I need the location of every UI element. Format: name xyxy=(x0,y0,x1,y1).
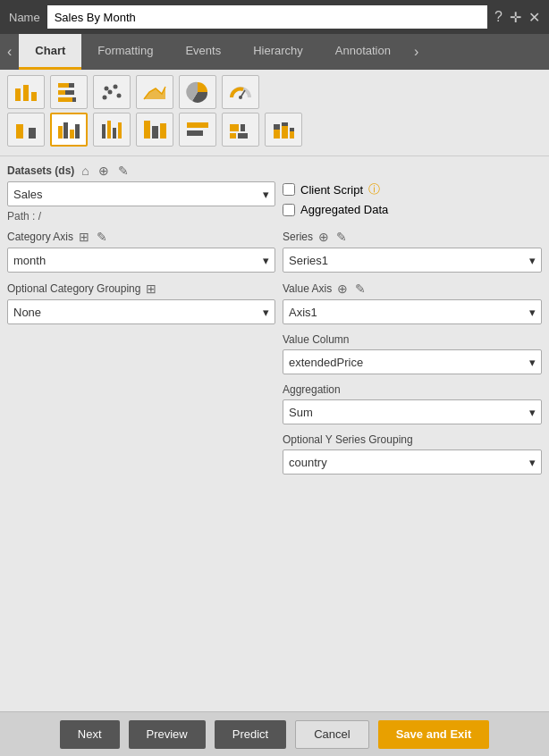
optional-y-series-dropdown[interactable]: country ▾ xyxy=(283,449,542,475)
svg-rect-31 xyxy=(187,130,203,136)
close-icon[interactable]: ✕ xyxy=(528,9,540,26)
svg-rect-28 xyxy=(152,126,158,139)
optional-category-group: Optional Category Grouping ⊞ None ▾ xyxy=(7,281,275,324)
svg-rect-19 xyxy=(58,126,63,139)
client-script-label: Client Script xyxy=(300,183,363,197)
value-axis-label: Value Axis ⊕ ✎ xyxy=(283,281,542,296)
name-label: Name xyxy=(9,11,40,24)
chart-type-simple-bar[interactable] xyxy=(7,113,45,147)
svg-rect-32 xyxy=(230,124,239,131)
category-axis-chevron-icon: ▾ xyxy=(263,254,269,267)
series-dropdown[interactable]: Series1 ▾ xyxy=(283,248,542,273)
value-column-dropdown[interactable]: extendedPrice ▾ xyxy=(283,349,542,374)
svg-rect-20 xyxy=(63,122,68,139)
tab-events[interactable]: Events xyxy=(169,34,237,70)
chart-type-stacked-bar[interactable] xyxy=(265,113,302,147)
svg-rect-41 xyxy=(290,128,294,131)
datasets-add-icon[interactable]: ⊕ xyxy=(97,164,111,178)
value-column-chevron-icon: ▾ xyxy=(529,356,536,369)
chart-type-gauge[interactable] xyxy=(222,75,259,109)
category-axis-dropdown[interactable]: month ▾ xyxy=(7,248,275,273)
chart-type-bar-vertical[interactable] xyxy=(7,75,45,109)
chart-type-medium-bar[interactable] xyxy=(179,113,216,147)
chart-type-grouped-bar[interactable] xyxy=(50,113,88,147)
svg-rect-40 xyxy=(290,131,294,139)
preview-button[interactable]: Preview xyxy=(129,720,206,749)
client-script-section: Client Script ⓘ Aggregated Data xyxy=(283,164,542,216)
chart-type-thin-bar[interactable] xyxy=(93,113,131,147)
series-add-icon[interactable]: ⊕ xyxy=(317,230,331,244)
datasets-edit-icon[interactable]: ✎ xyxy=(116,164,131,178)
predict-button[interactable]: Predict xyxy=(215,720,286,749)
tab-prev-button[interactable]: ‹ xyxy=(0,34,19,70)
datasets-home-icon[interactable]: ⌂ xyxy=(80,164,90,178)
svg-rect-3 xyxy=(58,83,69,88)
help-icon[interactable]: ? xyxy=(494,9,503,26)
svg-rect-7 xyxy=(58,97,72,102)
optional-y-series-value: country xyxy=(289,456,327,469)
svg-point-10 xyxy=(108,90,113,95)
datasets-chevron-icon: ▾ xyxy=(263,188,269,201)
datasets-value: Sales xyxy=(13,188,43,201)
value-axis-chevron-icon: ▾ xyxy=(529,306,536,319)
value-axis-value: Axis1 xyxy=(289,306,317,319)
svg-rect-4 xyxy=(69,83,74,88)
optional-category-hierarchy-icon[interactable]: ⊞ xyxy=(144,281,158,296)
svg-rect-0 xyxy=(15,88,21,101)
svg-rect-17 xyxy=(16,124,23,139)
move-icon[interactable]: ✛ xyxy=(510,9,521,26)
svg-rect-18 xyxy=(29,128,36,139)
aggregation-label: Aggregation xyxy=(283,383,542,396)
svg-rect-1 xyxy=(23,85,29,101)
value-axis-add-icon[interactable]: ⊕ xyxy=(335,281,350,296)
top-row: Datasets (ds) ⌂ ⊕ ✎ Sales ▾ Path : / Cli… xyxy=(7,164,542,223)
header: Name ? ✛ ✕ xyxy=(0,0,549,34)
value-axis-dropdown[interactable]: Axis1 ▾ xyxy=(283,299,542,324)
value-column-group: Value Column extendedPrice ▾ xyxy=(283,333,542,374)
category-axis-edit-icon[interactable]: ✎ xyxy=(95,230,109,244)
svg-rect-8 xyxy=(72,97,76,102)
category-axis-hierarchy-icon[interactable]: ⊞ xyxy=(77,230,91,244)
svg-rect-26 xyxy=(118,122,122,139)
chart-type-scatter[interactable] xyxy=(93,75,131,109)
optional-category-label: Optional Category Grouping ⊞ xyxy=(7,281,275,296)
chart-type-area[interactable] xyxy=(136,75,173,109)
svg-point-12 xyxy=(117,94,122,98)
chart-type-pie[interactable] xyxy=(179,75,216,109)
path-row: Path : / xyxy=(7,210,275,223)
aggregation-value: Sum xyxy=(289,406,313,419)
client-script-checkbox[interactable] xyxy=(283,183,295,196)
aggregation-group: Aggregation Sum ▾ xyxy=(283,383,542,424)
series-label: Series ⊕ ✎ xyxy=(283,230,542,244)
tab-next-button[interactable]: › xyxy=(407,34,426,70)
chart-type-wide-bar[interactable] xyxy=(222,113,259,147)
main-content: Datasets (ds) ⌂ ⊕ ✎ Sales ▾ Path : / Cli… xyxy=(0,156,549,491)
datasets-section: Datasets (ds) ⌂ ⊕ ✎ Sales ▾ Path : / xyxy=(7,164,275,223)
cancel-button[interactable]: Cancel xyxy=(295,720,368,749)
chart-type-bar-horizontal[interactable] xyxy=(50,75,88,109)
chart-type-tall-bar[interactable] xyxy=(136,113,173,147)
optional-category-dropdown[interactable]: None ▾ xyxy=(7,299,275,324)
series-edit-icon[interactable]: ✎ xyxy=(334,230,349,244)
value-axis-edit-icon[interactable]: ✎ xyxy=(353,281,367,296)
bottom-bar: Next Preview Predict Cancel Save and Exi… xyxy=(0,711,549,756)
svg-point-11 xyxy=(114,85,118,89)
aggregated-data-checkbox[interactable] xyxy=(283,204,295,216)
svg-rect-22 xyxy=(75,124,80,139)
aggregation-dropdown[interactable]: Sum ▾ xyxy=(283,399,542,424)
tab-chart[interactable]: Chart xyxy=(19,34,81,70)
tab-bar: ‹ Chart Formatting Events Hierarchy Anno… xyxy=(0,34,549,70)
save-exit-button[interactable]: Save and Exit xyxy=(378,720,490,749)
next-button[interactable]: Next xyxy=(60,720,120,749)
svg-rect-34 xyxy=(230,133,236,139)
tab-hierarchy[interactable]: Hierarchy xyxy=(237,34,319,70)
tab-formatting[interactable]: Formatting xyxy=(81,34,169,70)
datasets-dropdown[interactable]: Sales ▾ xyxy=(7,181,275,206)
title-input[interactable] xyxy=(47,5,487,29)
chart-icons-row2 xyxy=(7,113,542,147)
value-column-label: Value Column xyxy=(283,333,542,346)
category-axis-value: month xyxy=(13,254,46,267)
tab-annotation[interactable]: Annotation xyxy=(319,34,407,70)
datasets-label: Datasets (ds) xyxy=(7,164,74,177)
aggregated-data-row: Aggregated Data xyxy=(283,203,542,216)
